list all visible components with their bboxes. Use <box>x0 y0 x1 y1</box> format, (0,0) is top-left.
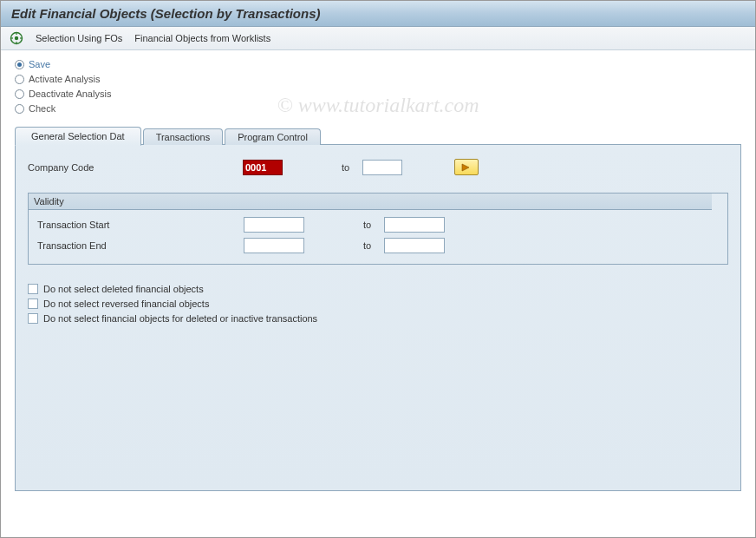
company-code-from-input[interactable] <box>243 160 283 175</box>
radio-save[interactable]: Save <box>15 59 741 69</box>
tab-general-selection[interactable]: General Selection Dat <box>15 127 141 146</box>
execute-icon[interactable] <box>10 31 23 45</box>
radio-label: Save <box>29 59 50 69</box>
toolbar: Selection Using FOs Financial Objects fr… <box>1 27 755 50</box>
transaction-start-to-input[interactable] <box>384 217 445 233</box>
financial-objects-from-worklists-button[interactable]: Financial Objects from Worklists <box>134 33 270 43</box>
radio-activate-analysis[interactable]: Activate Analysis <box>15 74 741 84</box>
action-radio-group: Save Activate Analysis Deactivate Analys… <box>1 50 755 127</box>
radio-label: Activate Analysis <box>29 74 101 84</box>
radio-check[interactable]: Check <box>15 103 741 114</box>
checkbox-label: Do not select deleted financial objects <box>43 284 204 294</box>
transaction-end-to-input[interactable] <box>384 238 445 253</box>
radio-label: Deactivate Analysis <box>29 89 111 99</box>
tab-transactions[interactable]: Transactions <box>143 128 224 145</box>
transaction-end-row: Transaction End to <box>37 238 719 253</box>
radio-icon <box>15 60 24 69</box>
transaction-end-label: Transaction End <box>37 240 244 251</box>
checkbox-icon[interactable] <box>28 313 38 324</box>
page-title: Edit Financial Objects (Selection by Tra… <box>1 1 755 27</box>
transaction-start-label: Transaction Start <box>37 220 244 230</box>
validity-group: Validity Transaction Start to Transactio… <box>28 193 728 265</box>
company-code-label: Company Code <box>28 162 243 173</box>
to-label: to <box>342 162 362 173</box>
tab-program-control[interactable]: Program Control <box>225 128 321 145</box>
selection-using-fos-button[interactable]: Selection Using FOs <box>36 33 122 43</box>
company-code-row: Company Code to <box>28 159 728 175</box>
to-label: to <box>363 220 384 230</box>
radio-icon <box>15 89 24 99</box>
checkbox-label: Do not select reversed financial objects <box>43 299 209 309</box>
checkbox-block: Do not select deleted financial objects … <box>28 284 728 324</box>
multiple-selection-button[interactable] <box>454 159 479 175</box>
radio-icon <box>15 104 24 114</box>
transaction-end-from-input[interactable] <box>244 238 304 253</box>
checkbox-label: Do not select financial objects for dele… <box>43 313 317 324</box>
checkbox-icon[interactable] <box>28 299 38 309</box>
to-label: to <box>363 240 384 251</box>
tab-strip: General Selection Dat Transactions Progr… <box>15 127 741 145</box>
cb-inactive-transactions-row[interactable]: Do not select financial objects for dele… <box>28 313 728 324</box>
tab-content: Company Code to Validity Transaction Sta… <box>15 144 741 491</box>
radio-icon <box>15 75 24 84</box>
transaction-start-from-input[interactable] <box>244 217 304 233</box>
transaction-start-row: Transaction Start to <box>37 217 719 233</box>
svg-point-1 <box>15 36 18 40</box>
radio-label: Check <box>29 103 55 114</box>
validity-legend: Validity <box>29 194 712 210</box>
cb-reversed-objects-row[interactable]: Do not select reversed financial objects <box>28 299 728 309</box>
radio-deactivate-analysis[interactable]: Deactivate Analysis <box>15 89 741 99</box>
checkbox-icon[interactable] <box>28 284 38 294</box>
cb-deleted-objects-row[interactable]: Do not select deleted financial objects <box>28 284 728 294</box>
company-code-to-input[interactable] <box>362 160 402 175</box>
